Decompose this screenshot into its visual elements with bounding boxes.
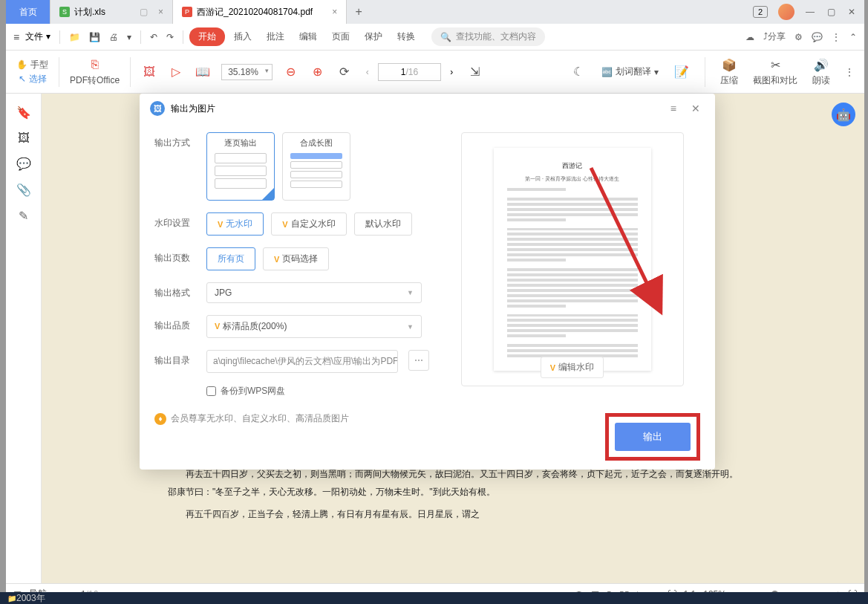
browse-button[interactable]: ⋯: [408, 350, 429, 371]
maximize-button[interactable]: ▢: [826, 7, 836, 17]
tool-hand-select: ✋手型 ↖选择: [12, 59, 53, 85]
more-icon[interactable]: ⋮: [832, 32, 841, 42]
bookmark-icon[interactable]: 🔖: [16, 105, 31, 120]
label-watermark: 水印设置: [154, 212, 196, 230]
translate-button[interactable]: 🔤划词翻译▾: [597, 65, 663, 78]
vip-badge-icon: V: [218, 220, 223, 229]
wm-none[interactable]: V无水印: [206, 212, 264, 236]
attachment-icon[interactable]: 📎: [16, 183, 31, 197]
edit-watermark-button[interactable]: V编辑水印: [541, 357, 604, 378]
assistant-button[interactable]: 🤖: [832, 103, 855, 126]
dialog-options: 输出方式 逐页输出 合成长图 水印设置 V无水印 V自定义水印: [154, 132, 444, 461]
menu-convert[interactable]: 转换: [391, 30, 421, 43]
dialog-menu-icon[interactable]: ≡: [666, 103, 681, 114]
screenshot-button[interactable]: ✂截图和对比: [748, 56, 802, 87]
tab-monitor-icon[interactable]: ▢: [140, 7, 148, 17]
label-dir: 输出目录: [154, 350, 196, 367]
dialog-close-icon[interactable]: ✕: [687, 103, 705, 114]
read-button[interactable]: 🔊朗读: [808, 56, 835, 87]
menu-start[interactable]: 开始: [189, 27, 225, 46]
translate-icon: 🔤: [601, 67, 613, 77]
more-icon[interactable]: ⋮: [845, 67, 854, 77]
file-menu[interactable]: 文件 ▾: [25, 30, 50, 43]
pdf-to-office[interactable]: ⎘ PDF转Office: [65, 56, 124, 87]
tab-home[interactable]: 首页: [6, 0, 50, 24]
dialog-title: 输出为图片: [171, 103, 215, 115]
xls-icon: S: [59, 7, 70, 17]
menu-protect[interactable]: 保护: [359, 30, 388, 43]
close-icon[interactable]: ×: [158, 7, 163, 17]
ribbon: ✋手型 ↖选择 ⎘ PDF转Office 🖼 ▷ 📖 35.18% ⊖ ⊕ ⟳ …: [6, 51, 864, 94]
share-button[interactable]: ⤴分享: [763, 30, 786, 43]
prev-page-icon[interactable]: ‹: [366, 67, 369, 77]
play-icon[interactable]: ▷: [168, 64, 184, 80]
mode-merge[interactable]: 合成长图: [282, 132, 350, 201]
zoom-in-icon[interactable]: ⊕: [310, 64, 326, 80]
ocr-icon[interactable]: 📝: [673, 64, 690, 80]
menu-annotate[interactable]: 批注: [261, 30, 290, 43]
wm-default[interactable]: 默认水印: [354, 212, 412, 236]
compress-button[interactable]: 📦压缩: [716, 56, 743, 87]
close-icon[interactable]: ×: [332, 7, 337, 17]
print-icon[interactable]: 🖨: [106, 32, 121, 42]
output-path[interactable]: a\qing\filecache\伊风的云文档\应用\输出为PDF\: [206, 350, 398, 373]
pages-all[interactable]: 所有页: [206, 247, 255, 270]
minimize-button[interactable]: —: [805, 7, 815, 17]
quality-select[interactable]: V 标清品质(200%)▼: [206, 315, 422, 338]
support-icon[interactable]: 💬: [812, 32, 823, 42]
separator: [140, 30, 141, 44]
moon-icon[interactable]: ☾: [570, 64, 587, 80]
export-image-icon: 🖼: [150, 101, 165, 116]
print-dropdown-icon[interactable]: ▾: [124, 32, 134, 42]
preview-page: 西游记 第一回 · 灵根育孕源流出 心性修持大道生: [494, 148, 651, 371]
vip-badge-icon: V: [550, 363, 555, 372]
menu-page[interactable]: 页面: [326, 30, 356, 43]
settings-icon[interactable]: ⚙: [794, 32, 803, 42]
menu-edit[interactable]: 编辑: [293, 30, 323, 43]
close-button[interactable]: ✕: [846, 7, 857, 17]
pages-select[interactable]: V页码选择: [263, 247, 329, 270]
mode-per-page[interactable]: 逐页输出: [206, 132, 275, 201]
zoom-select[interactable]: 35.18%: [221, 64, 273, 80]
menubar: ≡ 文件 ▾ 📁 💾 🖨 ▾ ↶ ↷ 开始 插入 批注 编辑 页面 保护 转换 …: [6, 24, 864, 51]
titlebar-right: 2 — ▢ ✕: [753, 4, 864, 20]
format-select[interactable]: JPG▼: [206, 282, 422, 303]
book-icon[interactable]: 📖: [195, 64, 211, 80]
menu-insert[interactable]: 插入: [228, 30, 258, 43]
next-page-icon[interactable]: ›: [450, 67, 453, 77]
edit-icon[interactable]: ✎: [19, 209, 28, 223]
zoom-out-icon[interactable]: ⊖: [283, 64, 299, 80]
backup-checkbox[interactable]: 备份到WPS网盘: [206, 385, 444, 397]
redo-icon[interactable]: ↷: [163, 32, 177, 42]
thumbnail-icon[interactable]: 🖼: [18, 131, 30, 145]
cloud-icon[interactable]: ☁: [745, 32, 754, 42]
hamburger-icon[interactable]: ≡: [13, 31, 19, 43]
avatar[interactable]: [778, 4, 794, 20]
separator: [59, 30, 60, 44]
tab-spreadsheet[interactable]: S 计划.xls ▢ ×: [50, 0, 173, 24]
dialog-preview: 西游记 第一回 · 灵根育孕源流出 心性修持大道生 V编辑水印 输出: [444, 132, 700, 461]
image-icon[interactable]: 🖼: [141, 64, 157, 80]
collapse-ribbon-icon[interactable]: ⌃: [849, 32, 857, 42]
export-highlight: 输出: [605, 413, 700, 461]
save-icon[interactable]: 💾: [86, 32, 103, 42]
export-button[interactable]: 输出: [615, 423, 691, 451]
convert-icon: ⎘: [87, 56, 103, 73]
fit-icon[interactable]: ⇲: [466, 64, 483, 80]
undo-icon[interactable]: ↶: [147, 32, 160, 42]
comment-icon[interactable]: 💬: [16, 157, 31, 171]
wm-custom[interactable]: V自定义水印: [271, 212, 346, 236]
search-input[interactable]: 🔍 查找功能、文档内容: [431, 27, 545, 46]
screenshot-icon: ✂: [767, 56, 783, 73]
tab-counter[interactable]: 2: [753, 6, 768, 18]
search-icon: 🔍: [440, 32, 451, 42]
add-tab-button[interactable]: +: [347, 5, 371, 19]
page-input[interactable]: 1/16: [378, 63, 441, 81]
hand-tool[interactable]: ✋手型: [16, 59, 48, 71]
checkbox-input[interactable]: [206, 386, 216, 396]
select-tool[interactable]: ↖选择: [19, 73, 47, 85]
open-icon[interactable]: 📁: [66, 32, 83, 42]
export-image-dialog: 🖼 输出为图片 ≡ ✕ 输出方式 逐页输出 合成长图: [140, 94, 715, 470]
tab-pdf[interactable]: P 西游记_20210204081704.pdf ×: [173, 0, 347, 24]
rotate-icon[interactable]: ⟳: [336, 64, 353, 80]
